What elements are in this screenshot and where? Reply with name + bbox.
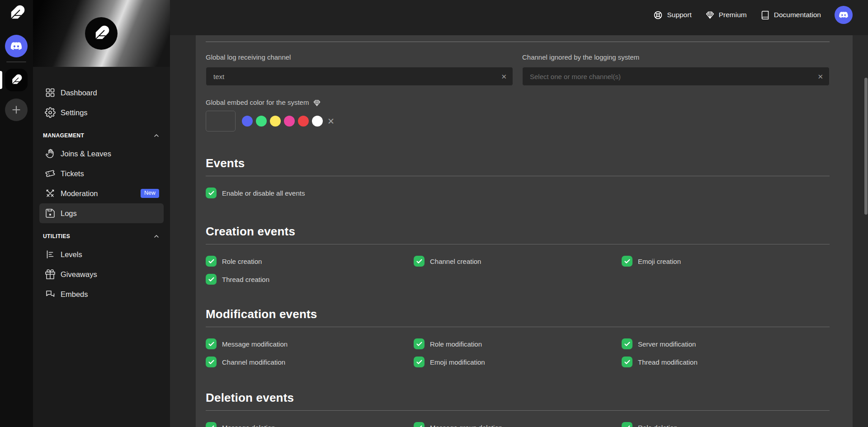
sidebar-section-management: MANAGEMENT xyxy=(33,130,170,141)
new-badge: New xyxy=(141,189,159,198)
checkbox-checked[interactable] xyxy=(622,357,632,367)
check-icon xyxy=(416,424,423,427)
waving-hand-icon xyxy=(45,148,56,159)
discord-logo-icon xyxy=(838,9,849,20)
nav-link-premium[interactable]: Premium xyxy=(705,10,747,20)
color-swatch-green[interactable] xyxy=(256,116,267,127)
checkbox-checked[interactable] xyxy=(622,338,632,349)
server-banner xyxy=(33,0,170,67)
rail-divider xyxy=(6,61,26,62)
checkbox-checked[interactable] xyxy=(206,422,217,427)
clear-icon[interactable]: ✕ xyxy=(817,73,823,80)
server-avatar xyxy=(85,17,118,50)
checkbox-thread-modification[interactable]: Thread modification xyxy=(622,357,830,367)
color-swatch-yellow[interactable] xyxy=(270,116,281,127)
checkbox-checked[interactable] xyxy=(206,274,217,285)
checkbox-checked[interactable] xyxy=(206,188,217,198)
color-swatch-red[interactable] xyxy=(298,116,309,127)
modification-events-section: Modification events Message modification… xyxy=(206,307,830,367)
ignored-channels-select[interactable] xyxy=(522,67,830,86)
section-divider xyxy=(206,42,830,42)
sidebar-item-settings[interactable]: Settings xyxy=(39,103,164,122)
sidebar-item-label: Joins & Leaves xyxy=(61,150,111,158)
scrollbar-thumb[interactable] xyxy=(864,78,868,215)
checkbox-checked[interactable] xyxy=(622,422,632,427)
sidebar-item-joins-leaves[interactable]: Joins & Leaves xyxy=(39,144,164,164)
section-title: Deletion events xyxy=(206,391,830,404)
add-server-button[interactable] xyxy=(5,99,28,121)
discord-home-button[interactable] xyxy=(5,35,28,57)
checkbox-message-deletion[interactable]: Message deletion xyxy=(206,422,414,427)
sidebar-item-label: Dashboard xyxy=(61,89,97,97)
checkbox-server-modification[interactable]: Server modification xyxy=(622,338,830,349)
checkbox-role-creation[interactable]: Role creation xyxy=(206,256,414,267)
gift-icon xyxy=(45,269,56,280)
check-icon xyxy=(208,341,215,347)
lifebuoy-icon xyxy=(653,10,663,20)
checkbox-checked[interactable] xyxy=(414,357,425,367)
gear-icon xyxy=(45,107,56,118)
check-icon xyxy=(416,258,423,265)
checkbox-checked[interactable] xyxy=(414,338,425,349)
feather-icon xyxy=(92,24,111,43)
section-divider xyxy=(206,244,830,244)
server-icon[interactable] xyxy=(5,69,28,91)
checkbox-message-modification[interactable]: Message modification xyxy=(206,338,414,349)
checkbox-emoji-modification[interactable]: Emoji modification xyxy=(414,357,622,367)
chevron-up-icon[interactable] xyxy=(153,132,160,139)
checkbox-channel-modification[interactable]: Channel modification xyxy=(206,357,414,367)
check-icon xyxy=(208,359,215,366)
check-icon xyxy=(208,258,215,265)
nav-link-documentation[interactable]: Documentation xyxy=(760,10,821,20)
ignored-channels-label: Channel ignored by the logging system xyxy=(522,53,830,62)
check-icon xyxy=(624,341,631,347)
clear-icon[interactable]: ✕ xyxy=(501,73,507,80)
sidebar-item-tickets[interactable]: Tickets xyxy=(39,164,164,183)
clear-color-icon[interactable]: ✕ xyxy=(327,117,335,126)
color-swatch-blurple[interactable] xyxy=(242,116,253,127)
creation-events-section: Creation events Role creation Channel cr… xyxy=(206,225,830,285)
checkbox-checked[interactable] xyxy=(414,256,425,267)
sidebar-item-levels[interactable]: Levels xyxy=(39,244,164,264)
gem-icon xyxy=(705,10,715,20)
checkbox-checked[interactable] xyxy=(206,338,217,349)
checkbox-channel-creation[interactable]: Channel creation xyxy=(414,256,622,267)
sidebar-item-dashboard[interactable]: Dashboard xyxy=(39,83,164,103)
checkbox-checked[interactable] xyxy=(622,256,632,267)
embed-color-field: Global embed color for the system ✕ xyxy=(206,99,830,131)
check-icon xyxy=(624,359,631,366)
check-icon xyxy=(416,341,423,347)
checkbox-checked[interactable] xyxy=(206,357,217,367)
section-title: Modification events xyxy=(206,307,830,321)
nav-link-support[interactable]: Support xyxy=(653,10,691,20)
sidebar-item-embeds[interactable]: Embeds xyxy=(39,284,164,304)
checkbox-role-modification[interactable]: Role modification xyxy=(414,338,622,349)
check-icon xyxy=(416,359,423,366)
sidebar-item-logs[interactable]: Logs xyxy=(39,203,164,223)
custom-color-picker[interactable] xyxy=(206,111,236,131)
checkbox-enable-all-events[interactable]: Enable or disable all events xyxy=(206,188,414,198)
sidebar-item-moderation[interactable]: Moderation New xyxy=(39,183,164,203)
color-swatch-pink[interactable] xyxy=(284,116,295,127)
color-swatch-white[interactable] xyxy=(312,116,323,127)
checkbox-emoji-creation[interactable]: Emoji creation xyxy=(622,256,830,267)
sidebar-section-utilities: UTILITIES xyxy=(33,230,170,242)
color-swatch-row: ✕ xyxy=(206,111,830,131)
checkbox-message-group-deletion[interactable]: Message group deletion xyxy=(414,422,622,427)
checkbox-thread-creation[interactable]: Thread creation xyxy=(206,274,414,285)
bot-feather-logo-icon[interactable] xyxy=(7,4,26,23)
section-divider xyxy=(206,176,830,176)
user-avatar[interactable] xyxy=(835,6,853,24)
sidebar-nav: Dashboard Settings MANAGEMENT Joins & Le… xyxy=(33,67,170,304)
log-channel-input[interactable] xyxy=(206,67,513,86)
checkbox-checked[interactable] xyxy=(206,256,217,267)
sidebar-item-label: Giveaways xyxy=(61,270,97,279)
events-section: Events Enable or disable all events xyxy=(206,156,830,198)
checkbox-role-deletion[interactable]: Role deletion xyxy=(622,422,830,427)
checkbox-checked[interactable] xyxy=(414,422,425,427)
save-icon xyxy=(45,208,56,219)
chevron-up-icon[interactable] xyxy=(153,233,160,240)
sidebar-item-giveaways[interactable]: Giveaways xyxy=(39,264,164,284)
check-icon xyxy=(208,190,215,197)
nav-link-label: Support xyxy=(667,11,691,19)
